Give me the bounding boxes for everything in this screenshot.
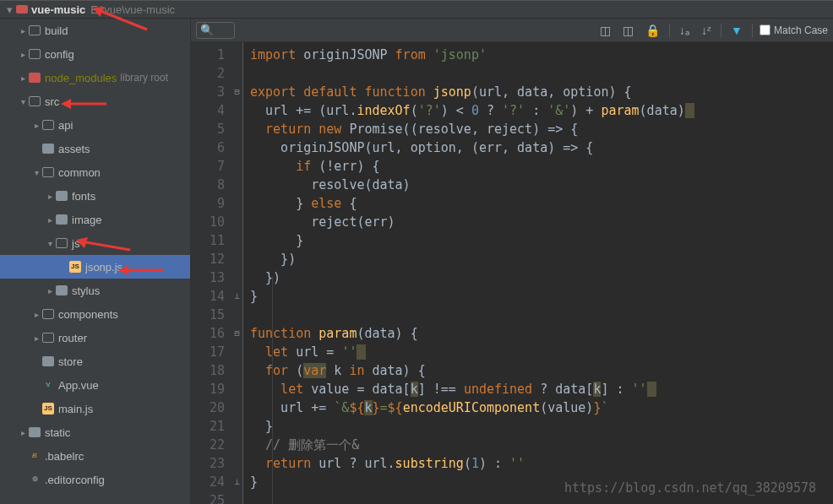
toolbar-icon-3[interactable]: 🔒 (643, 24, 662, 37)
tree-image[interactable]: ▸image (0, 208, 190, 231)
project-name: vue-music (31, 3, 85, 16)
line-gutter: 1234567891011121314151617181920212223242… (191, 42, 231, 504)
project-header: ▾ vue-music E:\vue\vue-music (0, 0, 833, 19)
structure-search[interactable]: 🔍 (196, 22, 235, 39)
search-icon: 🔍 (200, 24, 214, 36)
sort-za-icon[interactable]: ↓ᶻ (699, 24, 714, 37)
fold-gutter[interactable]: ⊟⊥⊟⊥ (231, 42, 243, 504)
tree-node-modules[interactable]: ▸node_moduleslibrary root (0, 66, 190, 89)
tree-stylus[interactable]: ▸stylus (0, 279, 190, 302)
tree-router[interactable]: ▸router (0, 326, 190, 350)
tree-components[interactable]: ▸components (0, 302, 190, 326)
tree-src[interactable]: ▾src (0, 89, 190, 113)
match-case-option[interactable]: Match Case (760, 24, 828, 36)
sort-az-icon[interactable]: ↓ₐ (677, 24, 692, 37)
filter-icon[interactable]: ▼ (728, 24, 745, 37)
collapse-icon[interactable]: ▾ (7, 3, 13, 16)
editor-area: 🔍 ◫ ◫ 🔒 ↓ₐ ↓ᶻ ▼ Match Case (191, 19, 833, 504)
tree-editorconfig[interactable]: ⚙.editorconfig (0, 468, 190, 491)
tree-babelrc[interactable]: B.babelrc (0, 444, 190, 468)
tree-config[interactable]: ▸config (0, 42, 190, 66)
project-path: E:\vue\vue-music (90, 3, 175, 16)
tree-mainjs[interactable]: JSmain.js (0, 397, 190, 420)
code-editor[interactable]: 1234567891011121314151617181920212223242… (191, 42, 833, 504)
tree-store[interactable]: store (0, 350, 190, 373)
tree-common[interactable]: ▾common (0, 160, 190, 184)
tree-api[interactable]: ▸api (0, 113, 190, 137)
tree-build[interactable]: ▸build (0, 19, 190, 42)
match-case-checkbox[interactable] (760, 24, 770, 35)
project-tree: ▸build ▸config ▸node_moduleslibrary root… (0, 19, 191, 504)
toolbar-icon-2[interactable]: ◫ (620, 24, 636, 37)
toolbar-icon-1[interactable]: ◫ (597, 24, 613, 37)
tree-fonts[interactable]: ▸fonts (0, 184, 190, 208)
tree-appvue[interactable]: VApp.vue (0, 373, 190, 397)
project-icon (16, 5, 28, 14)
watermark: https://blog.csdn.net/qq_38209578 (564, 480, 816, 496)
match-case-label: Match Case (774, 24, 828, 36)
search-input[interactable] (214, 24, 231, 36)
tree-js[interactable]: ▾js (0, 231, 190, 255)
tree-static[interactable]: ▸static (0, 420, 190, 444)
editor-toolbar: 🔍 ◫ ◫ 🔒 ↓ₐ ↓ᶻ ▼ Match Case (191, 19, 833, 42)
tree-assets[interactable]: assets (0, 137, 190, 160)
code-content[interactable]: import originJSONP from 'jsonp' export d… (243, 42, 833, 504)
tree-jsonp-file[interactable]: JSjsonp.js (0, 255, 190, 279)
